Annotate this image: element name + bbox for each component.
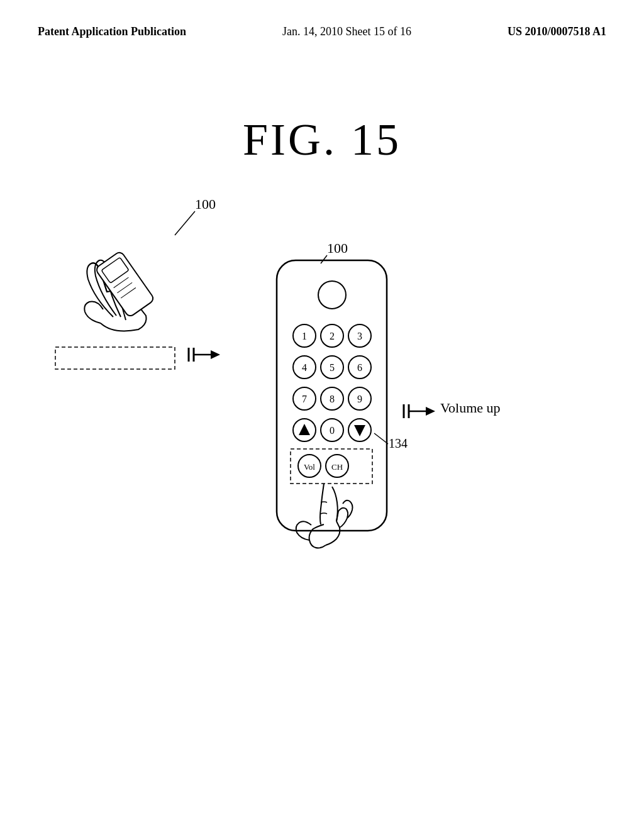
svg-text:6: 6 [357,362,362,373]
sensor-area-left [55,347,175,369]
svg-text:8: 8 [330,394,335,404]
remote-top-button [318,281,346,309]
svg-marker-9 [211,350,220,359]
diagram-svg: 100 [0,185,644,675]
svg-text:4: 4 [302,362,307,373]
header-center: Jan. 14, 2010 Sheet 15 of 16 [282,25,411,38]
figure-title: FIG. 15 [0,114,644,166]
svg-text:0: 0 [330,425,335,436]
svg-text:1: 1 [302,331,307,341]
svg-text:9: 9 [357,394,362,404]
ref-100-left: 100 [195,196,216,212]
page-header: Patent Application Publication Jan. 14, … [0,0,644,38]
diagram-area: 100 [0,185,644,675]
svg-line-0 [175,211,195,235]
svg-text:CH: CH [331,462,343,472]
volume-up-label: Volume up [440,400,501,416]
header-left: Patent Application Publication [38,25,186,38]
svg-text:3: 3 [357,331,362,341]
ref-134: 134 [389,436,408,450]
arrow-gesture-2 [404,404,435,418]
hand-left [84,251,155,333]
header-right: US 2010/0007518 A1 [508,25,606,38]
svg-text:2: 2 [330,331,335,341]
svg-text:7: 7 [302,394,307,404]
svg-text:Vol: Vol [304,462,315,472]
arrow-gesture-1 [189,348,220,362]
ref-100-right: 100 [327,240,348,256]
svg-text:5: 5 [330,362,335,373]
svg-marker-26 [426,407,435,416]
